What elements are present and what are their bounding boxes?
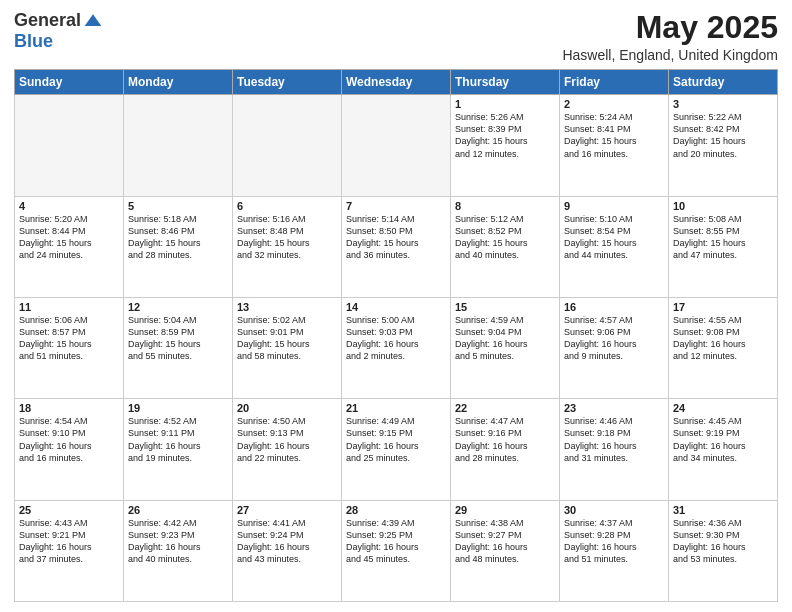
week-row-3: 11Sunrise: 5:06 AM Sunset: 8:57 PM Dayli… bbox=[15, 297, 778, 398]
col-header-sunday: Sunday bbox=[15, 70, 124, 95]
calendar-cell: 26Sunrise: 4:42 AM Sunset: 9:23 PM Dayli… bbox=[124, 500, 233, 601]
day-info: Sunrise: 5:20 AM Sunset: 8:44 PM Dayligh… bbox=[19, 213, 119, 262]
location-title: Haswell, England, United Kingdom bbox=[562, 47, 778, 63]
col-header-tuesday: Tuesday bbox=[233, 70, 342, 95]
day-info: Sunrise: 5:14 AM Sunset: 8:50 PM Dayligh… bbox=[346, 213, 446, 262]
calendar-table: SundayMondayTuesdayWednesdayThursdayFrid… bbox=[14, 69, 778, 602]
calendar-cell: 27Sunrise: 4:41 AM Sunset: 9:24 PM Dayli… bbox=[233, 500, 342, 601]
day-info: Sunrise: 5:26 AM Sunset: 8:39 PM Dayligh… bbox=[455, 111, 555, 160]
day-info: Sunrise: 4:37 AM Sunset: 9:28 PM Dayligh… bbox=[564, 517, 664, 566]
day-info: Sunrise: 4:46 AM Sunset: 9:18 PM Dayligh… bbox=[564, 415, 664, 464]
day-info: Sunrise: 5:02 AM Sunset: 9:01 PM Dayligh… bbox=[237, 314, 337, 363]
day-info: Sunrise: 4:49 AM Sunset: 9:15 PM Dayligh… bbox=[346, 415, 446, 464]
day-number: 14 bbox=[346, 301, 446, 313]
calendar-cell: 16Sunrise: 4:57 AM Sunset: 9:06 PM Dayli… bbox=[560, 297, 669, 398]
calendar-cell: 9Sunrise: 5:10 AM Sunset: 8:54 PM Daylig… bbox=[560, 196, 669, 297]
day-number: 11 bbox=[19, 301, 119, 313]
day-info: Sunrise: 5:24 AM Sunset: 8:41 PM Dayligh… bbox=[564, 111, 664, 160]
calendar-cell: 29Sunrise: 4:38 AM Sunset: 9:27 PM Dayli… bbox=[451, 500, 560, 601]
calendar-cell: 10Sunrise: 5:08 AM Sunset: 8:55 PM Dayli… bbox=[669, 196, 778, 297]
col-header-monday: Monday bbox=[124, 70, 233, 95]
calendar-cell: 18Sunrise: 4:54 AM Sunset: 9:10 PM Dayli… bbox=[15, 399, 124, 500]
day-info: Sunrise: 4:41 AM Sunset: 9:24 PM Dayligh… bbox=[237, 517, 337, 566]
calendar-cell: 12Sunrise: 5:04 AM Sunset: 8:59 PM Dayli… bbox=[124, 297, 233, 398]
day-number: 18 bbox=[19, 402, 119, 414]
day-info: Sunrise: 5:22 AM Sunset: 8:42 PM Dayligh… bbox=[673, 111, 773, 160]
day-number: 9 bbox=[564, 200, 664, 212]
day-number: 24 bbox=[673, 402, 773, 414]
day-info: Sunrise: 4:43 AM Sunset: 9:21 PM Dayligh… bbox=[19, 517, 119, 566]
calendar-cell: 21Sunrise: 4:49 AM Sunset: 9:15 PM Dayli… bbox=[342, 399, 451, 500]
day-info: Sunrise: 4:38 AM Sunset: 9:27 PM Dayligh… bbox=[455, 517, 555, 566]
col-header-saturday: Saturday bbox=[669, 70, 778, 95]
calendar-cell: 7Sunrise: 5:14 AM Sunset: 8:50 PM Daylig… bbox=[342, 196, 451, 297]
calendar-cell: 23Sunrise: 4:46 AM Sunset: 9:18 PM Dayli… bbox=[560, 399, 669, 500]
day-info: Sunrise: 4:52 AM Sunset: 9:11 PM Dayligh… bbox=[128, 415, 228, 464]
day-number: 29 bbox=[455, 504, 555, 516]
title-block: May 2025 Haswell, England, United Kingdo… bbox=[562, 10, 778, 63]
calendar-cell bbox=[233, 95, 342, 196]
day-number: 30 bbox=[564, 504, 664, 516]
col-header-friday: Friday bbox=[560, 70, 669, 95]
logo-blue-text: Blue bbox=[14, 31, 53, 52]
day-info: Sunrise: 4:47 AM Sunset: 9:16 PM Dayligh… bbox=[455, 415, 555, 464]
day-info: Sunrise: 4:57 AM Sunset: 9:06 PM Dayligh… bbox=[564, 314, 664, 363]
day-number: 28 bbox=[346, 504, 446, 516]
day-number: 15 bbox=[455, 301, 555, 313]
logo: General Blue bbox=[14, 10, 103, 52]
day-info: Sunrise: 5:08 AM Sunset: 8:55 PM Dayligh… bbox=[673, 213, 773, 262]
calendar-cell: 30Sunrise: 4:37 AM Sunset: 9:28 PM Dayli… bbox=[560, 500, 669, 601]
calendar-cell: 2Sunrise: 5:24 AM Sunset: 8:41 PM Daylig… bbox=[560, 95, 669, 196]
logo-general: General bbox=[14, 10, 81, 31]
day-info: Sunrise: 5:16 AM Sunset: 8:48 PM Dayligh… bbox=[237, 213, 337, 262]
day-info: Sunrise: 4:50 AM Sunset: 9:13 PM Dayligh… bbox=[237, 415, 337, 464]
day-info: Sunrise: 5:06 AM Sunset: 8:57 PM Dayligh… bbox=[19, 314, 119, 363]
day-number: 10 bbox=[673, 200, 773, 212]
day-info: Sunrise: 5:12 AM Sunset: 8:52 PM Dayligh… bbox=[455, 213, 555, 262]
day-info: Sunrise: 4:45 AM Sunset: 9:19 PM Dayligh… bbox=[673, 415, 773, 464]
day-info: Sunrise: 5:18 AM Sunset: 8:46 PM Dayligh… bbox=[128, 213, 228, 262]
day-number: 26 bbox=[128, 504, 228, 516]
calendar-cell: 15Sunrise: 4:59 AM Sunset: 9:04 PM Dayli… bbox=[451, 297, 560, 398]
calendar-cell: 19Sunrise: 4:52 AM Sunset: 9:11 PM Dayli… bbox=[124, 399, 233, 500]
day-info: Sunrise: 5:10 AM Sunset: 8:54 PM Dayligh… bbox=[564, 213, 664, 262]
day-info: Sunrise: 4:55 AM Sunset: 9:08 PM Dayligh… bbox=[673, 314, 773, 363]
day-number: 23 bbox=[564, 402, 664, 414]
calendar-cell: 24Sunrise: 4:45 AM Sunset: 9:19 PM Dayli… bbox=[669, 399, 778, 500]
day-info: Sunrise: 4:36 AM Sunset: 9:30 PM Dayligh… bbox=[673, 517, 773, 566]
calendar-cell bbox=[124, 95, 233, 196]
day-number: 4 bbox=[19, 200, 119, 212]
day-number: 21 bbox=[346, 402, 446, 414]
header: General Blue May 2025 Haswell, England, … bbox=[14, 10, 778, 63]
calendar-cell: 5Sunrise: 5:18 AM Sunset: 8:46 PM Daylig… bbox=[124, 196, 233, 297]
calendar-cell: 4Sunrise: 5:20 AM Sunset: 8:44 PM Daylig… bbox=[15, 196, 124, 297]
day-number: 27 bbox=[237, 504, 337, 516]
calendar-cell: 31Sunrise: 4:36 AM Sunset: 9:30 PM Dayli… bbox=[669, 500, 778, 601]
day-number: 19 bbox=[128, 402, 228, 414]
calendar-cell: 17Sunrise: 4:55 AM Sunset: 9:08 PM Dayli… bbox=[669, 297, 778, 398]
day-number: 22 bbox=[455, 402, 555, 414]
day-number: 3 bbox=[673, 98, 773, 110]
day-number: 13 bbox=[237, 301, 337, 313]
col-header-wednesday: Wednesday bbox=[342, 70, 451, 95]
calendar-cell bbox=[342, 95, 451, 196]
day-number: 31 bbox=[673, 504, 773, 516]
calendar-cell bbox=[15, 95, 124, 196]
day-number: 7 bbox=[346, 200, 446, 212]
col-header-thursday: Thursday bbox=[451, 70, 560, 95]
day-number: 6 bbox=[237, 200, 337, 212]
day-number: 2 bbox=[564, 98, 664, 110]
day-number: 25 bbox=[19, 504, 119, 516]
calendar-cell: 1Sunrise: 5:26 AM Sunset: 8:39 PM Daylig… bbox=[451, 95, 560, 196]
day-number: 8 bbox=[455, 200, 555, 212]
calendar-cell: 8Sunrise: 5:12 AM Sunset: 8:52 PM Daylig… bbox=[451, 196, 560, 297]
week-row-5: 25Sunrise: 4:43 AM Sunset: 9:21 PM Dayli… bbox=[15, 500, 778, 601]
calendar-cell: 28Sunrise: 4:39 AM Sunset: 9:25 PM Dayli… bbox=[342, 500, 451, 601]
calendar-cell: 20Sunrise: 4:50 AM Sunset: 9:13 PM Dayli… bbox=[233, 399, 342, 500]
day-info: Sunrise: 4:39 AM Sunset: 9:25 PM Dayligh… bbox=[346, 517, 446, 566]
day-info: Sunrise: 5:00 AM Sunset: 9:03 PM Dayligh… bbox=[346, 314, 446, 363]
calendar-cell: 6Sunrise: 5:16 AM Sunset: 8:48 PM Daylig… bbox=[233, 196, 342, 297]
calendar-cell: 25Sunrise: 4:43 AM Sunset: 9:21 PM Dayli… bbox=[15, 500, 124, 601]
logo-text: General bbox=[14, 10, 103, 31]
day-number: 16 bbox=[564, 301, 664, 313]
